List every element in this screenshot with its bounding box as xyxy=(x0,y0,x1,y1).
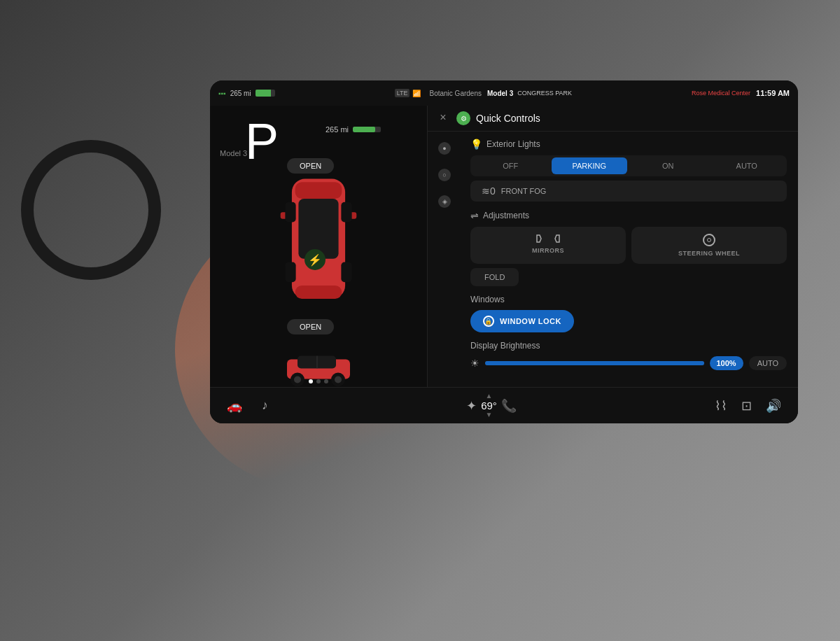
mirrors-label: MIRRORS xyxy=(532,247,564,254)
steering-wheel xyxy=(21,140,161,280)
status-left: ▪▪▪ 265 mi xyxy=(218,90,275,97)
location-label: CONGRESS PARK xyxy=(517,90,572,97)
dot-2 xyxy=(316,379,321,383)
windows-title: Windows xyxy=(470,295,505,304)
volume-icon[interactable]: 🔊 xyxy=(766,398,781,414)
svg-rect-3 xyxy=(295,286,342,299)
lights-off-button[interactable]: OFF xyxy=(472,157,549,174)
brightness-track[interactable] xyxy=(485,361,704,365)
front-fog-label: FRONT FOG xyxy=(501,187,547,195)
svg-point-14 xyxy=(335,376,342,383)
temp-down-button[interactable]: ▼ xyxy=(486,411,493,418)
fan-icon[interactable]: ✦ xyxy=(466,398,477,414)
steering-wheel-button[interactable]: STEERING WHEEL xyxy=(631,227,787,264)
side-icon-3[interactable]: ◈ xyxy=(438,195,451,208)
temperature-display: 69° xyxy=(481,400,497,411)
svg-rect-9 xyxy=(341,262,351,283)
music-icon[interactable]: ♪ xyxy=(262,398,268,414)
brightness-row: ☀ 100% AUTO xyxy=(470,356,787,370)
front-fog-button[interactable]: ≋0 FRONT FOG xyxy=(470,181,787,202)
battery-bar-visual xyxy=(255,90,275,97)
pagination-dots xyxy=(309,379,328,383)
svg-rect-8 xyxy=(285,262,295,283)
open-trunk-button[interactable]: OPEN xyxy=(287,158,334,174)
battery-bar-panel xyxy=(353,127,381,132)
lte-badge: LTE xyxy=(395,89,410,97)
screen-icon[interactable]: ⊡ xyxy=(741,398,752,414)
svg-rect-6 xyxy=(285,202,295,223)
battery-fill-panel xyxy=(353,127,375,132)
side-icon-1[interactable]: ● xyxy=(438,142,451,155)
lock-icon: 🔒 xyxy=(483,316,494,327)
quick-controls-icon: ⚙ xyxy=(456,111,470,125)
brightness-header: Display Brightness xyxy=(470,341,787,351)
dot-1 xyxy=(309,379,313,383)
close-button[interactable]: × xyxy=(435,110,451,125)
mirrors-icons xyxy=(536,234,561,244)
exterior-lights-section: 💡 Exterior Lights OFF PARKING ON AUTO ≋0… xyxy=(470,139,787,202)
battery-miles-panel: 265 mi xyxy=(326,125,349,134)
adjustment-buttons: MIRRORS STEERING WHEEL xyxy=(470,227,787,264)
svg-rect-2 xyxy=(295,182,342,199)
adjustments-icon: ⇌ xyxy=(470,210,479,221)
exterior-lights-title: Exterior Lights xyxy=(486,139,540,149)
car-top-view: OPEN xyxy=(245,158,392,387)
fog-icon: ≋0 xyxy=(482,185,496,197)
open-frunk-button[interactable]: OPEN xyxy=(287,319,334,334)
controls-content: ● ○ ◈ 💡 Exterior Lights OFF PARKI xyxy=(427,132,798,386)
phone-icon[interactable]: 📞 xyxy=(501,398,517,414)
steering-wheel-icon xyxy=(703,234,715,246)
quick-controls-header: ⚙ Quick Controls xyxy=(427,106,798,132)
car-controls-icon[interactable]: 🚗 xyxy=(227,398,242,414)
windows-header: Windows xyxy=(470,295,787,304)
car-svg-topdown xyxy=(273,172,364,312)
brightness-auto-button[interactable]: AUTO xyxy=(749,356,787,370)
lights-auto-button[interactable]: AUTO xyxy=(709,157,785,174)
battery-info-panel: 265 mi xyxy=(326,125,381,134)
temp-up-button[interactable]: ▲ xyxy=(486,393,493,400)
brightness-title: Display Brightness xyxy=(470,341,540,351)
adjustments-section: ⇌ Adjustments xyxy=(470,210,787,286)
wiper-icon[interactable]: ⌇⌇ xyxy=(715,398,727,414)
side-icon-2[interactable]: ○ xyxy=(438,169,451,181)
status-bar: ▪▪▪ 265 mi LTE 📶 Botanic Gardens Model 3… xyxy=(210,80,798,106)
controls-right: 💡 Exterior Lights OFF PARKING ON AUTO ≋0… xyxy=(470,139,787,379)
windows-section: Windows 🔒 WINDOW LOCK xyxy=(470,295,787,332)
mirror-right-icon xyxy=(550,234,561,244)
mirror-left-icon xyxy=(536,234,547,244)
battery-miles: 265 mi xyxy=(230,90,251,97)
map-label: Botanic Gardens xyxy=(429,90,482,97)
status-right: Rose Medical Center 11:59 AM xyxy=(692,89,790,97)
taskbar-right: ⌇⌇ ⊡ 🔊 xyxy=(715,398,781,414)
quick-controls-title: Quick Controls xyxy=(476,113,540,124)
screen-main: P 265 mi Model 3 OPEN xyxy=(210,106,798,387)
brightness-fill xyxy=(485,361,704,365)
lights-button-group: OFF PARKING ON AUTO xyxy=(470,155,787,176)
exterior-lights-icon: 💡 xyxy=(470,139,482,150)
steering-icons xyxy=(703,234,715,246)
brightness-percentage: 100% xyxy=(710,356,743,370)
wheel-inner xyxy=(707,238,711,242)
steering-label: STEERING WHEEL xyxy=(678,250,740,257)
svg-point-12 xyxy=(294,376,301,383)
temp-control: ▲ 69° ▼ xyxy=(481,393,497,418)
window-lock-label: WINDOW LOCK xyxy=(500,317,561,325)
mirrors-button[interactable]: MIRRORS xyxy=(470,227,626,264)
lights-parking-button[interactable]: PARKING xyxy=(552,157,628,174)
model-label: Model 3 xyxy=(220,149,247,157)
time-display: 11:59 AM xyxy=(756,89,790,97)
taskbar: 🚗 ♪ ✦ ▲ 69° ▼ 📞 ⌇⌇ ⊡ 🔊 xyxy=(210,387,798,423)
fold-button[interactable]: FOLD xyxy=(470,268,519,286)
adjustments-title: Adjustments xyxy=(483,211,529,220)
window-lock-button[interactable]: 🔒 WINDOW LOCK xyxy=(470,310,574,332)
controls-panel: × ⚙ Quick Controls ● ○ ◈ 💡 xyxy=(427,106,798,387)
signal-icon: 📶 xyxy=(412,90,421,97)
lights-on-button[interactable]: ON xyxy=(630,157,706,174)
exterior-lights-header: 💡 Exterior Lights xyxy=(470,139,787,150)
car-panel: P 265 mi Model 3 OPEN xyxy=(210,106,427,387)
charge-icon[interactable]: ⚡ xyxy=(304,249,326,270)
adjustments-header: ⇌ Adjustments xyxy=(470,210,787,221)
taskbar-left: 🚗 ♪ xyxy=(227,398,268,414)
status-center: LTE 📶 Botanic Gardens Model 3 CONGRESS P… xyxy=(395,89,572,97)
medical-label: Rose Medical Center xyxy=(692,90,750,97)
